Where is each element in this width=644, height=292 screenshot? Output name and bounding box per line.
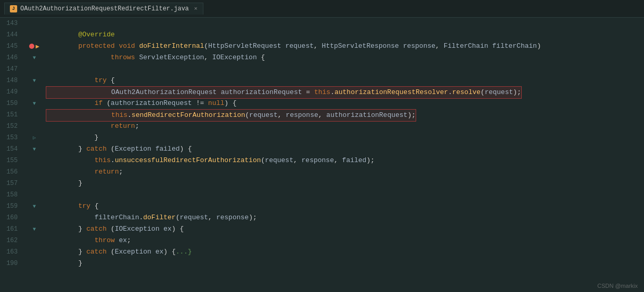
line-number: 147 — [0, 65, 23, 73]
line-gutter: ▷ — [23, 135, 46, 141]
file-tab[interactable]: J OAuth2AuthorizationRequestRedirectFilt… — [4, 3, 203, 15]
line-number: 153 — [0, 134, 23, 141]
tab-filename: OAuth2AuthorizationRequestRedirectFilter… — [20, 5, 189, 12]
fold-icon[interactable]: ▼ — [31, 226, 37, 232]
code-line-160: filterChain.doFilter(request, response); — [46, 212, 257, 223]
line-gutter-146: ▼ — [23, 55, 46, 61]
table-row: 190 } — [0, 258, 644, 269]
code-line-155: this.unsuccessfulRedirectForAuthorizatio… — [46, 155, 375, 166]
line-number: 160 — [0, 214, 23, 221]
table-row: 157 } — [0, 178, 644, 189]
table-row: 163 } catch (Exception ex) {...} — [0, 246, 644, 258]
line-gutter-159: ▼ — [23, 203, 46, 209]
fold-icon[interactable]: ▼ — [31, 146, 37, 152]
table-row: 152 return; — [0, 121, 644, 132]
code-line-156: return; — [46, 166, 123, 178]
table-row: 147 — [0, 63, 644, 75]
code-line-145: protected void doFilterInternal(HttpServ… — [46, 41, 541, 52]
line-number: 152 — [0, 123, 23, 130]
line-number: 143 — [0, 20, 23, 27]
table-row: 151 this.sendRedirectForAuthorization(re… — [0, 109, 644, 121]
table-row: 149 OAuth2AuthorizationRequest authoriza… — [0, 86, 644, 98]
code-line-147 — [46, 63, 50, 75]
table-row: 160 filterChain.doFilter(request, respon… — [0, 212, 644, 223]
table-row: 143 — [0, 18, 644, 29]
line-number: 190 — [0, 260, 23, 267]
fold-icon[interactable]: ▼ — [31, 77, 37, 84]
line-number: 162 — [0, 237, 23, 244]
code-line-154: } catch (Exception failed) { — [46, 143, 192, 155]
code-line-152: return; — [46, 121, 139, 132]
line-number: 161 — [0, 225, 23, 233]
table-row: 150 ▼ if (authorizationRequest != null) … — [0, 98, 644, 109]
table-row: 162 throw ex; — [0, 235, 644, 246]
code-container: 143 144 @Override 145 ▶ protected void d… — [0, 18, 644, 292]
code-line-162: throw ex; — [46, 235, 131, 246]
code-line-190: } — [46, 258, 82, 269]
table-row: 154 ▼ } catch (Exception failed) { — [0, 143, 644, 155]
code-line-151: this.sendRedirectForAuthorization(reques… — [46, 109, 416, 121]
table-row: 155 this.unsuccessfulRedirectForAuthoriz… — [0, 155, 644, 166]
line-number: 151 — [0, 111, 23, 118]
code-line-163: } catch (Exception ex) {...} — [46, 246, 192, 258]
line-number: 145 — [0, 43, 23, 50]
code-line-146: throws ServletException, IOException { — [46, 52, 265, 63]
line-number: 149 — [0, 88, 23, 96]
line-number: 150 — [0, 100, 23, 107]
code-line-144: @Override — [46, 29, 115, 41]
code-line-149: OAuth2AuthorizationRequest authorization… — [46, 86, 522, 98]
table-row: 159 ▼ try { — [0, 201, 644, 212]
table-row: 145 ▶ protected void doFilterInternal(Ht… — [0, 41, 644, 52]
line-number: 163 — [0, 248, 23, 256]
line-gutter-145: ▶ — [23, 43, 46, 50]
line-number: 159 — [0, 203, 23, 210]
table-row: 148 ▼ try { — [0, 75, 644, 86]
table-row: 146 ▼ throws ServletException, IOExcepti… — [0, 52, 644, 63]
line-number: 158 — [0, 191, 23, 198]
fold-icon[interactable]: ▼ — [31, 100, 37, 107]
code-line-157: } — [46, 178, 82, 189]
line-gutter-148: ▼ — [23, 77, 46, 84]
watermark: CSDN @markix — [597, 283, 638, 289]
code-editor[interactable]: 143 144 @Override 145 ▶ protected void d… — [0, 18, 644, 292]
code-line-158 — [46, 189, 50, 201]
code-line-150: if (authorizationRequest != null) { — [46, 98, 237, 109]
line-gutter-150: ▼ — [23, 100, 46, 107]
table-row: 144 @Override — [0, 29, 644, 41]
line-number: 156 — [0, 168, 23, 176]
code-line-159: try { — [46, 201, 98, 212]
code-line-161: } catch (IOException ex) { — [46, 223, 184, 235]
code-line-143 — [46, 18, 50, 29]
table-row: 156 return; — [0, 166, 644, 178]
line-number: 154 — [0, 145, 23, 153]
code-line-153: } — [46, 132, 98, 143]
code-line-148: try { — [46, 75, 115, 86]
fold-icon[interactable]: ▼ — [31, 203, 37, 209]
table-row: 161 ▼ } catch (IOException ex) { — [0, 223, 644, 235]
line-number: 146 — [0, 54, 23, 61]
line-number: 144 — [0, 31, 23, 38]
java-file-icon: J — [10, 5, 17, 12]
fold-icon[interactable]: ▼ — [31, 55, 37, 61]
title-bar: J OAuth2AuthorizationRequestRedirectFilt… — [0, 0, 644, 18]
line-number: 157 — [0, 180, 23, 187]
table-row: 153 ▷ } — [0, 132, 644, 143]
line-number: 148 — [0, 77, 23, 84]
breakpoint-indicator — [29, 44, 34, 49]
table-row: 158 — [0, 189, 644, 201]
tab-close-button[interactable]: × — [194, 6, 198, 12]
fold-icon[interactable]: ▷ — [31, 135, 37, 141]
line-number: 155 — [0, 157, 23, 164]
line-gutter-154: ▼ — [23, 146, 46, 152]
line-gutter-161: ▼ — [23, 226, 46, 232]
execution-arrow: ▶ — [35, 43, 39, 50]
